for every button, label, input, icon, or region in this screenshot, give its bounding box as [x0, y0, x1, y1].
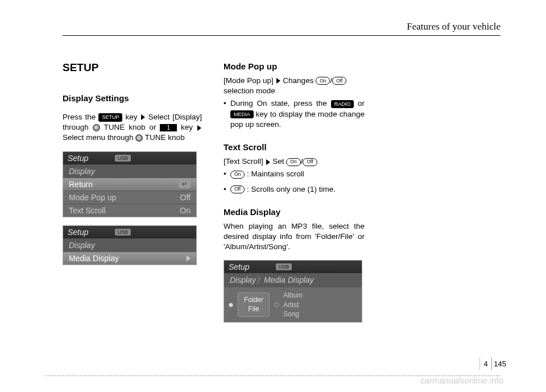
text: TUNE knob — [145, 133, 185, 142]
option-folder-file: Folder File — [238, 292, 270, 317]
screen-row-mode-popup: Mode Pop up Off — [63, 191, 196, 204]
bullet-text: During On state, press the RADIO or MEDI… — [230, 98, 365, 130]
text: Press the — [63, 113, 98, 121]
screen-title: Setup — [68, 228, 89, 237]
section-title: Features of your vehicle — [407, 21, 500, 32]
screen-titlebar: Setup USB — [63, 152, 196, 164]
radio-unselected-icon — [274, 303, 279, 307]
screen-breadcrumb: Display〉Media Display — [224, 273, 362, 287]
mode-popup-bullet: • During On state, press the RADIO or ME… — [224, 98, 365, 130]
off-pill: Off — [332, 77, 346, 85]
screen-row-return: Return ↵ — [63, 178, 196, 191]
screen-row-display: Display — [63, 164, 196, 178]
off-pill: Off — [303, 158, 317, 166]
setup-key-label: SETUP — [98, 113, 122, 121]
text: Album — [283, 291, 303, 299]
text: key — [125, 113, 137, 121]
on-pill: On — [286, 158, 300, 166]
heading-media-display: Media Display — [224, 207, 365, 217]
screen-label: Display〉Media Display — [230, 275, 314, 286]
usb-badge: USB — [115, 155, 131, 162]
text: Song — [283, 310, 299, 318]
text-scroll-bullet-on: • On : Maintains scroll — [224, 169, 365, 179]
usb-badge: USB — [276, 263, 292, 270]
bullet-icon: • — [224, 98, 230, 130]
heading-mode-popup: Mode Pop up — [224, 61, 365, 71]
text: Artist — [283, 301, 299, 309]
page-number: 4 145 — [479, 360, 506, 368]
screen-media-options: Folder File Album Artist Song — [224, 287, 362, 322]
tune-knob-icon — [135, 134, 143, 142]
page-number-value: 145 — [494, 360, 506, 368]
column-middle: Mode Pop up [Mode Pop up] Changes On/Off… — [224, 61, 365, 323]
radio-selected-icon — [229, 303, 233, 307]
screen-titlebar: Setup USB — [224, 261, 362, 273]
text: or — [358, 99, 365, 108]
screen-title: Setup — [68, 154, 89, 163]
on-pill: On — [316, 77, 330, 85]
on-pill: On — [230, 171, 245, 179]
chapter-number: 4 — [479, 358, 491, 370]
option-album-artist-song: Album Artist Song — [283, 291, 303, 319]
text: : Maintains scroll — [247, 170, 304, 178]
screen-row-media-display: Media Display — [63, 251, 196, 265]
text: : Scrolls only one (1) time. — [247, 185, 336, 193]
screen-titlebar: Setup USB — [63, 226, 196, 238]
text: [Text Scroll] — [224, 157, 263, 166]
screen-label: Display — [69, 167, 95, 176]
screen-label: Mode Pop up — [69, 193, 116, 202]
text: During On state, press the — [230, 99, 331, 108]
triangle-icon — [197, 125, 201, 131]
heading-text-scroll: Text Scroll — [224, 142, 365, 152]
media-key-label: MEDIA — [230, 110, 254, 118]
screen-row-display: Display — [63, 238, 196, 251]
text-scroll-bullet-off: • Off : Scrolls only one (1) time. — [224, 184, 365, 195]
bullet-icon: • — [224, 169, 230, 179]
screen-label: Media Display — [69, 254, 119, 263]
radio-key-label: RADIO — [331, 100, 354, 108]
one-key-label: 1 — [160, 124, 177, 132]
triangle-icon — [266, 159, 270, 165]
screen-label: Return — [69, 180, 93, 189]
text: [Mode Pop up] — [224, 76, 274, 85]
text: Folder — [244, 296, 263, 304]
text: Select menu through — [63, 133, 135, 142]
screen-label: Text Scroll — [69, 206, 106, 215]
screen-value: Off — [180, 193, 191, 202]
mode-popup-line: [Mode Pop up] Changes On/Off selection m… — [224, 76, 365, 96]
text-scroll-line: [Text Scroll] Set On/Off — [224, 156, 365, 167]
screen-label: Display — [69, 241, 95, 250]
watermark: carmanualsonline.info — [420, 376, 503, 385]
return-icon: ↵ — [179, 180, 191, 188]
heading-display-settings: Display Settings — [63, 93, 202, 103]
screen-row-text-scroll: Text Scroll On — [63, 204, 196, 217]
screenshot-setup-display-1: Setup USB Display Return ↵ Mode Pop up O… — [63, 151, 197, 217]
bullet-icon: • — [224, 184, 230, 195]
bullet-text: On : Maintains scroll — [230, 169, 304, 179]
text: Changes — [283, 76, 316, 85]
text: selection mode — [224, 86, 275, 95]
screen-title: Setup — [229, 262, 250, 271]
content-columns: SETUP Display Settings Press the SETUP k… — [63, 61, 500, 323]
screen-value: On — [180, 206, 191, 215]
chevron-right-icon — [187, 255, 191, 261]
tune-knob-icon — [93, 124, 100, 131]
usb-badge: USB — [115, 229, 131, 236]
screenshot-media-display: Setup USB Display〉Media Display Folder F… — [224, 260, 362, 323]
bullet-text: Off : Scrolls only one (1) time. — [230, 184, 336, 195]
display-settings-paragraph: Press the SETUP key Select [Display] thr… — [63, 112, 202, 143]
triangle-icon — [141, 114, 145, 120]
column-left: SETUP Display Settings Press the SETUP k… — [63, 61, 202, 323]
screenshot-setup-display-2: Setup USB Display Media Display — [63, 225, 197, 265]
text: File — [248, 305, 259, 313]
triangle-icon — [276, 78, 280, 84]
text: TUNE knob or — [104, 123, 160, 131]
heading-setup: SETUP — [63, 61, 202, 74]
media-display-paragraph: When playing an MP3 file, select the des… — [224, 221, 365, 253]
text: key — [181, 123, 193, 131]
text: Set — [272, 157, 286, 166]
header-rule: Features of your vehicle — [63, 35, 500, 36]
off-pill: Off — [230, 185, 245, 193]
